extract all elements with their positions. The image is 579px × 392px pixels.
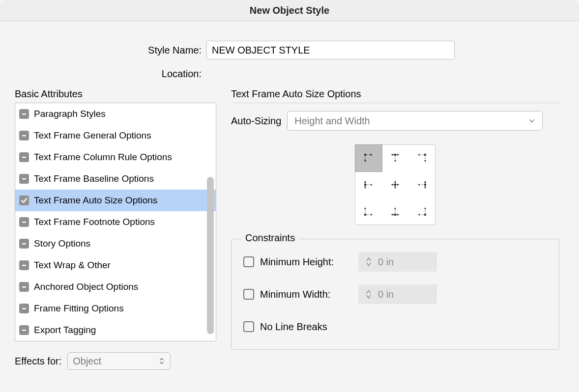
attribute-row[interactable]: Text Frame Column Rule Options — [15, 146, 216, 168]
attribute-label: Text Frame Baseline Options — [34, 173, 154, 184]
checkbox-checked-icon[interactable] — [19, 196, 29, 205]
no-line-breaks-label: No Line Breaks — [260, 321, 327, 333]
checkbox-mixed-icon[interactable] — [19, 131, 29, 140]
svg-marker-37 — [394, 207, 396, 209]
attribute-row[interactable]: Story Options — [15, 233, 216, 254]
attribute-label: Text Frame Footnote Options — [34, 217, 155, 227]
svg-marker-38 — [391, 214, 393, 216]
style-name-label: Style Name: — [0, 45, 206, 56]
attribute-row[interactable]: Paragraph Styles — [15, 103, 216, 125]
divider — [231, 103, 559, 103]
checkbox-mixed-icon[interactable] — [19, 174, 29, 184]
svg-marker-26 — [394, 187, 396, 189]
svg-marker-25 — [394, 181, 396, 183]
checkbox-mixed-icon[interactable] — [19, 325, 29, 335]
svg-marker-32 — [424, 187, 426, 189]
min-width-label: Minimum Width: — [260, 289, 358, 300]
anchor-bottom-right[interactable] — [408, 198, 435, 224]
svg-rect-36 — [394, 214, 396, 216]
svg-rect-29 — [424, 184, 426, 186]
svg-rect-10 — [364, 154, 366, 156]
attribute-row[interactable]: Text Wrap & Other — [15, 254, 216, 276]
anchor-bottom-left[interactable] — [355, 198, 382, 224]
svg-marker-16 — [397, 154, 399, 156]
location-label: Location: — [0, 68, 206, 80]
min-width-checkbox[interactable] — [243, 289, 254, 300]
attribute-row[interactable]: Text Frame Footnote Options — [15, 211, 216, 233]
attribute-row[interactable]: Frame Fitting Options — [15, 298, 216, 319]
chevron-down-icon — [528, 115, 535, 127]
min-width-stepper[interactable]: 0 in — [358, 284, 437, 304]
svg-marker-12 — [364, 160, 366, 162]
checkbox-mixed-icon[interactable] — [19, 109, 29, 119]
attribute-row[interactable]: Text Frame Auto Size Options — [15, 190, 216, 211]
reference-point-grid — [355, 144, 435, 225]
svg-marker-22 — [364, 181, 366, 183]
checkbox-mixed-icon[interactable] — [19, 239, 29, 249]
svg-marker-41 — [418, 214, 420, 216]
svg-rect-24 — [394, 184, 396, 186]
effects-for-value: Object — [73, 356, 101, 367]
anchor-top-right[interactable] — [408, 145, 435, 171]
svg-marker-11 — [371, 154, 373, 156]
svg-marker-34 — [371, 214, 373, 216]
checkbox-mixed-icon[interactable] — [19, 260, 29, 270]
min-height-checkbox[interactable] — [243, 256, 254, 267]
scrollbar-thumb[interactable] — [207, 177, 214, 334]
new-object-style-dialog: New Object Style Style Name: Location: B… — [0, 0, 579, 392]
dialog-title: New Object Style — [250, 5, 329, 16]
anchor-top-left[interactable] — [355, 145, 382, 171]
svg-rect-1 — [22, 135, 26, 136]
svg-rect-3 — [22, 178, 26, 179]
checkbox-mixed-icon[interactable] — [19, 304, 29, 313]
attribute-label: Export Tagging — [34, 325, 96, 336]
constraints-fieldset: Constraints Minimum Height: 0 in — [231, 239, 559, 350]
svg-rect-2 — [22, 157, 26, 158]
attribute-row[interactable]: Anchored Object Options — [15, 276, 216, 298]
top-fields: Style Name: Location: — [0, 21, 579, 80]
anchor-bottom-center[interactable] — [382, 198, 408, 224]
svg-marker-21 — [371, 184, 373, 186]
svg-marker-18 — [418, 154, 420, 156]
anchor-top-center[interactable] — [382, 145, 408, 171]
checkbox-mixed-icon[interactable] — [19, 152, 29, 162]
attribute-row[interactable]: Text Frame General Options — [15, 125, 216, 146]
attribute-label: Paragraph Styles — [34, 109, 106, 119]
svg-marker-14 — [394, 160, 396, 162]
anchor-center[interactable] — [382, 171, 408, 198]
svg-rect-7 — [22, 286, 26, 287]
svg-rect-0 — [22, 113, 26, 114]
chevron-updown-icon — [158, 356, 165, 367]
svg-marker-28 — [397, 184, 399, 186]
min-height-stepper[interactable]: 0 in — [358, 252, 437, 272]
basic-attributes-heading: Basic Attributes — [15, 88, 216, 100]
svg-rect-13 — [394, 154, 396, 156]
svg-marker-31 — [424, 181, 426, 183]
checkbox-mixed-icon[interactable] — [19, 217, 29, 227]
auto-sizing-label: Auto-Sizing — [231, 115, 281, 127]
attribute-label: Anchored Object Options — [34, 281, 138, 292]
min-height-value: 0 in — [376, 256, 394, 268]
style-name-input[interactable] — [206, 41, 455, 59]
anchor-middle-left[interactable] — [355, 171, 382, 198]
stepper-arrows-icon — [358, 284, 376, 304]
attribute-row[interactable]: Export Tagging — [15, 319, 216, 341]
svg-rect-4 — [22, 222, 26, 223]
no-line-breaks-checkbox[interactable] — [243, 321, 254, 332]
constraints-legend: Constraints — [241, 232, 299, 244]
right-panel-heading: Text Frame Auto Size Options — [231, 88, 559, 100]
svg-marker-35 — [364, 207, 366, 209]
dialog-title-bar: New Object Style — [0, 0, 579, 21]
effects-for-label: Effects for: — [15, 356, 61, 367]
anchor-middle-right[interactable] — [408, 171, 435, 198]
attribute-row[interactable]: Text Frame Baseline Options — [15, 168, 216, 190]
effects-for-select[interactable]: Object — [67, 352, 171, 370]
auto-sizing-select[interactable]: Height and Width — [287, 111, 543, 131]
svg-rect-6 — [22, 265, 26, 266]
checkbox-mixed-icon[interactable] — [19, 282, 29, 292]
attribute-label: Story Options — [34, 238, 90, 249]
stepper-arrows-icon — [358, 252, 376, 272]
svg-rect-33 — [364, 214, 366, 216]
svg-marker-19 — [424, 160, 426, 162]
svg-marker-23 — [364, 187, 366, 189]
